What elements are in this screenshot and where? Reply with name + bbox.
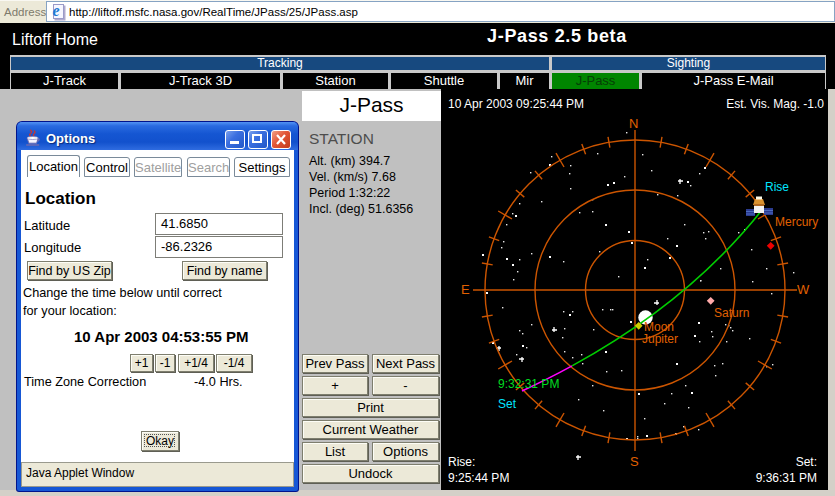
- svg-text:E: E: [461, 282, 470, 297]
- svg-text:10 Apr 2003 09:25:44 PM: 10 Apr 2003 09:25:44 PM: [448, 97, 584, 111]
- svg-text:S: S: [630, 454, 639, 469]
- svg-text:9:32:31 PM: 9:32:31 PM: [498, 377, 559, 391]
- svg-text:Set:: Set:: [796, 455, 817, 469]
- svg-text:9:36:31 PM: 9:36:31 PM: [756, 471, 817, 485]
- svg-text:W: W: [797, 282, 810, 297]
- svg-text:Mercury: Mercury: [775, 215, 818, 229]
- svg-text:Jupiter: Jupiter: [642, 332, 678, 346]
- svg-text:Set: Set: [498, 397, 517, 411]
- svg-text:N: N: [629, 116, 638, 131]
- svg-text:Rise:: Rise:: [448, 455, 475, 469]
- svg-text:Est. Vis. Mag. -1.0: Est. Vis. Mag. -1.0: [726, 97, 824, 111]
- svg-text:9:25:44 PM: 9:25:44 PM: [448, 471, 509, 485]
- svg-text:Saturn: Saturn: [714, 306, 749, 320]
- svg-text:Rise: Rise: [765, 180, 789, 194]
